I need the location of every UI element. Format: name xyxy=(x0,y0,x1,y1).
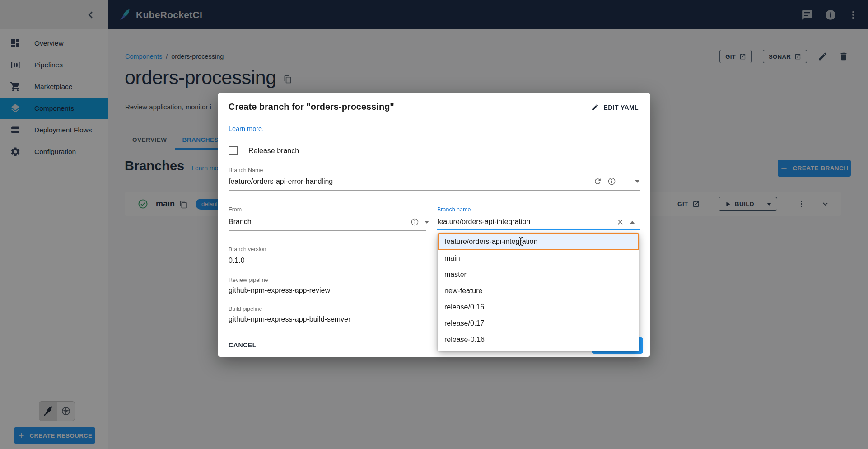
branch-name-top-input[interactable]: feature/orders-api-error-handling xyxy=(229,178,333,186)
branch-version-input[interactable]: 0.1.0 xyxy=(229,257,245,265)
option-release-0-17[interactable]: release/0.17 xyxy=(438,315,639,332)
pencil-icon xyxy=(591,103,599,111)
focused-input-underline xyxy=(437,229,640,230)
input-underline xyxy=(229,270,426,270)
option-main[interactable]: main xyxy=(438,250,639,267)
caret-up-icon[interactable] xyxy=(630,221,635,224)
regenerate-name-icon[interactable] xyxy=(593,177,602,186)
cancel-button[interactable]: CANCEL xyxy=(229,341,257,349)
input-underline xyxy=(229,190,640,191)
caret-down-icon[interactable] xyxy=(425,221,429,224)
option-master[interactable]: master xyxy=(438,267,639,283)
branch-name-top-label: Branch Name xyxy=(229,167,263,173)
info-outline-icon[interactable] xyxy=(411,218,419,226)
option-feature-orders-api-integration[interactable]: feature/orders-api-integration xyxy=(438,233,639,250)
branch-version-label: Branch version xyxy=(229,246,266,253)
from-select[interactable]: Branch xyxy=(229,218,252,226)
option-release-dash-0-16[interactable]: release-0.16 xyxy=(438,332,639,348)
dialog-title: Create branch for "orders-processing" xyxy=(229,102,394,112)
caret-down-icon[interactable] xyxy=(635,180,639,183)
info-outline-icon[interactable] xyxy=(607,177,616,186)
dialog-learn-more-link[interactable]: Learn more. xyxy=(229,125,264,132)
branch-name-autocomplete-listbox: feature/orders-api-integration main mast… xyxy=(438,233,639,351)
release-branch-label: Release branch xyxy=(248,147,299,155)
from-label: From xyxy=(229,206,242,213)
release-branch-checkbox[interactable] xyxy=(229,146,238,155)
input-underline xyxy=(229,230,426,231)
text-cursor xyxy=(518,237,523,246)
review-pipeline-label: Review pipeline xyxy=(229,277,268,283)
edit-yaml-button[interactable]: EDIT YAML xyxy=(591,103,639,111)
edit-yaml-label: EDIT YAML xyxy=(603,104,639,111)
build-pipeline-input[interactable]: github-npm-express-app-build-semver xyxy=(229,315,350,323)
option-release-0-16[interactable]: release/0.16 xyxy=(438,299,639,315)
clear-icon[interactable] xyxy=(616,218,625,226)
review-pipeline-input[interactable]: github-npm-express-app-review xyxy=(229,286,330,295)
new-branch-name-label: Branch name xyxy=(437,206,471,213)
build-pipeline-label: Build pipeline xyxy=(229,306,262,312)
new-branch-name-input[interactable]: feature/orders-api-integration xyxy=(437,218,530,226)
option-new-feature[interactable]: new-feature xyxy=(438,283,639,299)
